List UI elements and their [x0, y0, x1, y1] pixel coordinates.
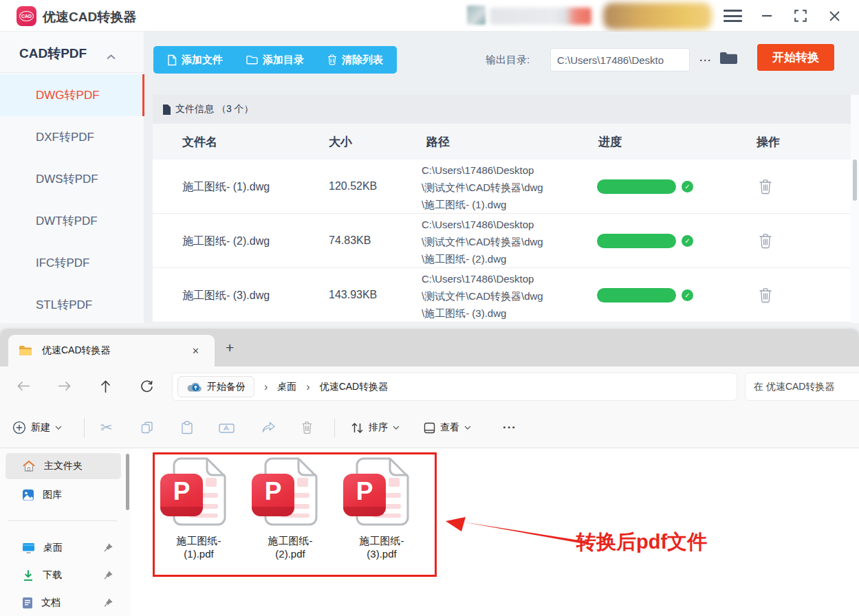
col-size: 大小: [329, 134, 352, 150]
sidebar-group-title: CAD转PDF: [19, 45, 87, 63]
pdf-file-icon: P: [343, 457, 420, 529]
refresh-button[interactable]: [140, 380, 153, 396]
pin-icon: [103, 543, 113, 555]
nav-home[interactable]: 主文件夹: [6, 453, 121, 479]
back-button[interactable]: [17, 380, 30, 395]
pdf-file-2[interactable]: P 施工图纸-(2).pdf: [252, 457, 329, 560]
search-input[interactable]: [745, 373, 859, 401]
app-titlebar: CAD 优速CAD转换器: [0, 0, 859, 32]
address-bar[interactable]: 开始备份 › 桌面 › 优速CAD转换器: [172, 373, 737, 401]
add-folder-button[interactable]: 添加目录: [246, 54, 304, 67]
start-convert-button[interactable]: 开始转换: [757, 44, 834, 71]
minimize-button[interactable]: [759, 8, 775, 23]
scrollbar-track[interactable]: [851, 95, 859, 330]
trash-icon: [301, 421, 313, 434]
rename-button[interactable]: [219, 407, 235, 448]
sidebar-item-label: DXF转PDF: [36, 129, 94, 145]
more-options-button[interactable]: ···: [503, 407, 517, 448]
nav-label: 图库: [43, 489, 62, 501]
open-folder-button[interactable]: [719, 51, 738, 68]
sort-button[interactable]: 排序: [351, 407, 400, 448]
cut-button[interactable]: ✂: [100, 407, 113, 448]
sidebar-item-stl[interactable]: STL转PDF: [0, 284, 144, 326]
check-icon: ✓: [682, 235, 693, 247]
chevron-down-icon: [464, 426, 471, 430]
scrollbar-thumb[interactable]: [853, 160, 857, 201]
up-button[interactable]: [100, 380, 111, 396]
explorer-address-row: 开始备份 › 桌面 › 优速CAD转换器: [0, 366, 859, 407]
onedrive-backup-icon: [186, 382, 202, 393]
desktop-icon: [22, 542, 35, 553]
close-button[interactable]: [826, 8, 842, 23]
copy-button[interactable]: [140, 407, 154, 448]
delete-row-button[interactable]: [759, 287, 772, 306]
maximize-button[interactable]: [792, 8, 809, 23]
nav-label: 主文件夹: [44, 460, 83, 472]
add-file-button[interactable]: 添加文件: [167, 54, 223, 67]
explorer-toolbar: 新建 ✂ 排序: [0, 407, 859, 448]
delete-row-button[interactable]: [759, 233, 772, 252]
close-icon: [829, 11, 840, 21]
sidebar-item-dwt[interactable]: DWT转PDF: [0, 200, 144, 242]
pin-icon: [103, 571, 113, 582]
backup-chip[interactable]: 开始备份: [177, 376, 254, 397]
paste-button[interactable]: [180, 407, 194, 448]
cell-size: 143.93KB: [329, 289, 377, 301]
pdf-file-3[interactable]: P 施工图纸-(3).pdf: [343, 457, 420, 560]
breadcrumb-current-folder[interactable]: 优速CAD转换器: [320, 381, 389, 393]
browse-more-button[interactable]: ···: [694, 48, 717, 72]
rename-icon: [219, 421, 235, 434]
nav-gallery[interactable]: 图库: [6, 482, 121, 508]
sidebar-item-dws[interactable]: DWS转PDF: [0, 158, 144, 200]
redacted-user-info: [490, 8, 591, 25]
sidebar-scrollbar-thumb[interactable]: [126, 454, 129, 510]
pdf-file-1[interactable]: P 施工图纸-(1).pdf: [160, 457, 237, 560]
redacted-account-badge: [603, 3, 712, 30]
nav-downloads[interactable]: 下载: [6, 562, 121, 588]
sidebar-item-ifc[interactable]: IFC转PDF: [0, 242, 144, 284]
delete-button[interactable]: [301, 407, 313, 448]
sidebar-item-dwg[interactable]: DWG转PDF: [0, 74, 144, 116]
new-tab-button[interactable]: +: [226, 340, 234, 356]
sidebar-item-label: DWG转PDF: [36, 87, 100, 103]
chevron-down-icon: [393, 426, 400, 430]
pdf-file-name: 施工图纸-(2).pdf: [252, 534, 329, 560]
explorer-tab[interactable]: 优速CAD转换器 ✕: [8, 335, 215, 366]
view-button[interactable]: 查看: [424, 407, 471, 448]
nav-desktop[interactable]: 桌面: [6, 535, 121, 561]
nav-documents[interactable]: 文档: [6, 590, 121, 616]
maximize-icon: [794, 10, 807, 22]
pdf-badge: P: [160, 474, 203, 516]
file-icon: [167, 54, 177, 66]
progress-bar: [597, 288, 676, 302]
sidebar-group-header[interactable]: CAD转PDF: [0, 32, 144, 73]
delete-row-button[interactable]: [759, 179, 772, 197]
breadcrumb-separator: ›: [306, 381, 309, 393]
col-action: 操作: [757, 134, 780, 150]
arrow-left-icon: [17, 380, 30, 392]
folder-filled-icon: [719, 51, 738, 65]
sidebar-item-label: STL转PDF: [36, 297, 92, 313]
forward-button[interactable]: [58, 380, 72, 395]
new-button[interactable]: 新建: [12, 407, 62, 448]
pdf-file-icon: P: [160, 457, 237, 529]
tab-title: 优速CAD转换器: [42, 344, 111, 357]
sidebar-item-label: DWS转PDF: [36, 171, 98, 187]
nav-label: 文档: [41, 597, 61, 609]
pdf-file-name: 施工图纸-(3).pdf: [343, 534, 420, 560]
sidebar-item-dxf[interactable]: DXF转PDF: [0, 116, 144, 158]
tab-close-icon[interactable]: ✕: [192, 346, 199, 356]
share-button[interactable]: [261, 407, 276, 448]
paste-icon: [180, 421, 194, 434]
share-icon: [261, 421, 276, 434]
file-info-bar: 文件信息 （3 个）: [153, 95, 851, 124]
arrow-up-icon: [100, 380, 111, 393]
menu-icon[interactable]: [724, 10, 742, 22]
cut-icon: ✂: [100, 419, 113, 436]
output-dir-input[interactable]: [550, 48, 690, 72]
breadcrumb-desktop[interactable]: 桌面: [277, 381, 296, 393]
pdf-file-name: 施工图纸-(1).pdf: [160, 534, 237, 560]
view-label: 查看: [440, 421, 459, 434]
col-progress: 进度: [598, 134, 622, 150]
clear-list-button[interactable]: 清除列表: [327, 54, 383, 67]
